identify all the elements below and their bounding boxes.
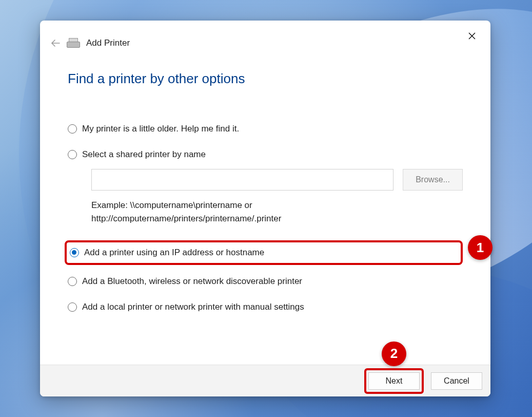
dialog-title: Add Printer bbox=[86, 38, 130, 48]
add-printer-dialog: Add Printer Find a printer by other opti… bbox=[40, 21, 490, 396]
option-label: Add a local printer or network printer w… bbox=[82, 302, 304, 312]
radio-icon bbox=[68, 124, 77, 134]
shared-input-row: Browse... bbox=[91, 169, 463, 191]
close-icon bbox=[468, 32, 476, 40]
option-bluetooth-wireless[interactable]: Add a Bluetooth, wireless or network dis… bbox=[68, 276, 463, 287]
radio-icon bbox=[68, 302, 77, 312]
example-line: Example: \\computername\printername or bbox=[91, 199, 463, 212]
browse-button[interactable]: Browse... bbox=[403, 169, 463, 191]
shared-printer-subarea: Browse... Example: \\computername\printe… bbox=[91, 169, 463, 225]
annotation-badge-2: 2 bbox=[382, 342, 406, 366]
annotation-highlight-2: Next 2 bbox=[364, 368, 424, 394]
example-text: Example: \\computername\printername or h… bbox=[91, 199, 463, 225]
annotation-badge-1: 1 bbox=[468, 235, 492, 260]
radio-icon bbox=[68, 150, 77, 159]
option-label: My printer is a little older. Help me fi… bbox=[82, 124, 239, 134]
close-button[interactable] bbox=[464, 28, 480, 44]
radio-icon-checked bbox=[70, 248, 79, 257]
back-button[interactable] bbox=[48, 36, 63, 50]
dialog-footer: Next 2 Cancel bbox=[40, 365, 490, 396]
radio-icon bbox=[68, 277, 77, 286]
dialog-content: Find a printer by other options My print… bbox=[40, 50, 490, 365]
arrow-left-icon bbox=[50, 39, 61, 47]
shared-printer-name-input[interactable] bbox=[91, 169, 393, 191]
option-ip-hostname[interactable]: Add a printer using an IP address or hos… bbox=[70, 248, 264, 258]
cancel-button[interactable]: Cancel bbox=[431, 372, 482, 390]
option-shared-printer[interactable]: Select a shared printer by name bbox=[68, 149, 463, 160]
dialog-header: Add Printer bbox=[40, 21, 490, 50]
option-label: Select a shared printer by name bbox=[82, 149, 206, 160]
example-line: http://computername/printers/printername… bbox=[91, 212, 463, 225]
annotation-highlight-1: Add a printer using an IP address or hos… bbox=[65, 240, 463, 265]
option-older-printer[interactable]: My printer is a little older. Help me fi… bbox=[68, 124, 463, 134]
page-heading: Find a printer by other options bbox=[68, 71, 463, 87]
printer-icon bbox=[67, 38, 79, 48]
next-button[interactable]: Next bbox=[368, 372, 420, 390]
radio-group: My printer is a little older. Help me fi… bbox=[68, 124, 463, 312]
option-label: Add a printer using an IP address or hos… bbox=[84, 248, 264, 258]
option-local-manual[interactable]: Add a local printer or network printer w… bbox=[68, 302, 463, 312]
option-label: Add a Bluetooth, wireless or network dis… bbox=[82, 276, 302, 287]
